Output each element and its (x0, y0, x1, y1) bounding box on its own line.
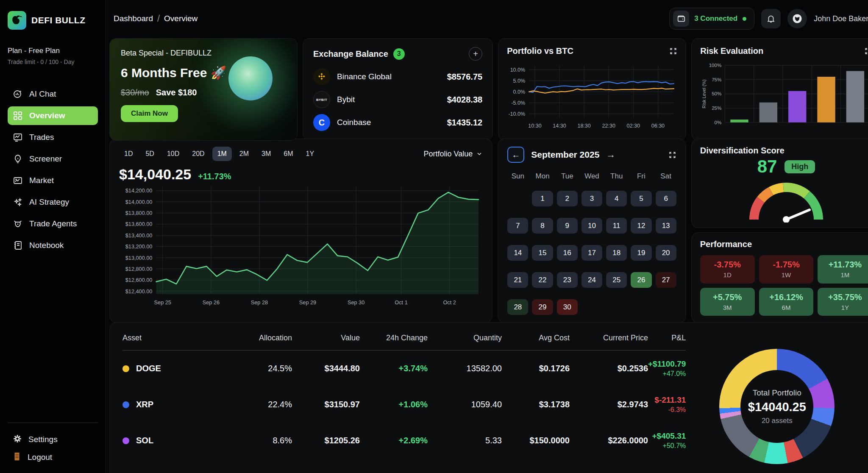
svg-text:10:30: 10:30 (528, 123, 541, 129)
portfolio-value-chart: $14,200.00$14,000.00$13,800.00$13,600.00… (119, 183, 483, 306)
user-menu[interactable]: John Doe Baker (814, 14, 868, 23)
calendar-day-23[interactable]: 23 (557, 272, 578, 288)
sidebar-item-overview[interactable]: Overview (8, 106, 98, 125)
avatar[interactable] (787, 9, 807, 28)
sidebar-item-label: Overview (29, 111, 65, 120)
range-button-3m[interactable]: 3M (256, 147, 276, 161)
sidebar-item-label: Trades (29, 133, 54, 142)
breadcrumb-dashboard[interactable]: Dashboard (114, 14, 153, 23)
calendar-day-5[interactable]: 5 (631, 191, 651, 206)
assets-table-card: AssetAllocationValue24h ChangeQuantityAv… (109, 322, 868, 473)
claim-now-button[interactable]: Claim Now (121, 105, 178, 122)
calendar-day-14[interactable]: 14 (507, 245, 528, 261)
sidebar-item-logout[interactable]: Logout (8, 448, 98, 466)
weekday-label: Sat (656, 172, 676, 181)
calendar-day-20[interactable]: 20 (656, 245, 676, 261)
dashboard-content: Beta Special - DEFIBULLZ 6 Months Free 🚀… (106, 37, 868, 473)
svg-text:14:30: 14:30 (553, 123, 566, 129)
donut-center-title: Total Portfolio (753, 388, 801, 398)
range-button-1d[interactable]: 1D (119, 147, 138, 161)
calendar-day-8[interactable]: 8 (532, 218, 553, 234)
exchange-row-binance[interactable]: Binance Global $8576.75 (313, 67, 482, 86)
svg-text:75%: 75% (712, 77, 721, 82)
asset-row-sol[interactable]: SOL8.6%$1205.26+2.69%5.33$150.0000$226.0… (122, 423, 686, 459)
svg-text:$13,800.00: $13,800.00 (125, 210, 153, 216)
calendar-day-24[interactable]: 24 (581, 272, 602, 288)
calendar-day-21[interactable]: 21 (507, 272, 528, 288)
calendar-day-2[interactable]: 2 (557, 191, 578, 206)
gauge-needle (786, 210, 810, 220)
svg-text:Sep 30: Sep 30 (348, 299, 364, 306)
sidebar-item-screener[interactable]: Screener (8, 150, 98, 168)
sidebar-item-trade-agents[interactable]: Trade Agents (8, 214, 98, 233)
calendar-day-18[interactable]: 18 (606, 245, 627, 261)
expand-icon[interactable] (668, 151, 676, 159)
calendar-day-6[interactable]: 6 (656, 191, 676, 206)
app-root: DEFI BULLZ Plan - Free Plan Trade limit … (0, 0, 868, 473)
donut-center-sub: 20 assets (762, 417, 793, 425)
calendar-day-26[interactable]: 26 (631, 272, 651, 288)
svg-text:$12,600.00: $12,600.00 (125, 277, 153, 283)
asset-row-doge[interactable]: DOGE24.5%$3444.80+3.74%13582.00$0.1726$0… (122, 351, 686, 387)
range-button-5d[interactable]: 5D (140, 147, 159, 161)
time-range-selector: 1D5D10D20D1M2M3M6M1Y (119, 147, 319, 161)
svg-text:25%: 25% (712, 106, 721, 111)
sidebar-item-ai-strategy[interactable]: AI Strategy (8, 193, 98, 211)
sidebar-item-market[interactable]: Market (8, 171, 98, 190)
calendar-day-1[interactable]: 1 (532, 191, 553, 206)
range-button-6m[interactable]: 6M (278, 147, 298, 161)
sidebar-item-settings[interactable]: Settings (8, 431, 98, 448)
portfolio-vs-btc-card: Portfolio vs BTC 10.0%5.0%0.0%-5.0%-10.0… (498, 38, 686, 141)
expand-icon[interactable] (864, 47, 868, 55)
svg-text:100%: 100% (709, 63, 722, 68)
promo-card: Beta Special - DEFIBULLZ 6 Months Free 🚀… (109, 38, 298, 141)
notifications-button[interactable] (761, 9, 781, 28)
calendar-day-12[interactable]: 12 (631, 218, 651, 234)
calendar-day-27[interactable]: 27 (656, 272, 676, 288)
calendar-day-9[interactable]: 9 (557, 218, 578, 234)
exchange-row-coinbase[interactable]: C Coinbase $1435.12 (313, 113, 482, 132)
range-button-2m[interactable]: 2M (234, 147, 254, 161)
asset-row-xrp[interactable]: XRP22.4%$3150.97+1.06%1059.40$3.1738$2.9… (122, 387, 686, 423)
calendar-prev-button[interactable]: ← (507, 147, 524, 163)
range-button-20d[interactable]: 20D (187, 147, 209, 161)
calendar-day-22[interactable]: 22 (532, 272, 553, 288)
range-button-1y[interactable]: 1Y (301, 147, 320, 161)
portfolio-value-dropdown[interactable]: Portfolio Value (424, 150, 483, 159)
diversification-score: 87 (757, 156, 777, 177)
notebook-icon (13, 240, 23, 250)
calendar-day-4[interactable]: 4 (606, 191, 627, 206)
assets-table: AssetAllocationValue24h ChangeQuantityAv… (122, 334, 686, 473)
calendar-next-button[interactable]: → (606, 149, 615, 160)
breadcrumb: Dashboard / Overview (114, 13, 198, 24)
calendar-day-29[interactable]: 29 (532, 299, 553, 315)
calendar-day-25[interactable]: 25 (606, 272, 627, 288)
calendar-day-15[interactable]: 15 (532, 245, 553, 261)
svg-text:50%: 50% (712, 92, 721, 97)
asset-dot (122, 365, 129, 372)
calendar-day-11[interactable]: 11 (606, 218, 627, 234)
add-exchange-button[interactable]: + (469, 47, 482, 61)
bell-icon (766, 14, 776, 23)
range-button-10d[interactable]: 10D (162, 147, 184, 161)
calendar-day-17[interactable]: 17 (581, 245, 602, 261)
calendar-day-13[interactable]: 13 (656, 218, 676, 234)
exchange-row-bybit[interactable]: BYB!T Bybit $4028.38 (313, 90, 482, 109)
calendar-day-16[interactable]: 16 (557, 245, 578, 261)
calendar-day-3[interactable]: 3 (581, 191, 602, 206)
calendar-day-28[interactable]: 28 (507, 299, 528, 315)
bull-logo-icon (8, 11, 26, 30)
expand-icon[interactable] (669, 47, 677, 55)
calendar-day-7[interactable]: 7 (507, 218, 528, 234)
sidebar-item-notebook[interactable]: Notebook (8, 236, 98, 255)
calendar-day-30[interactable]: 30 (557, 299, 578, 315)
wallet-connected-button[interactable]: 3 Connected (669, 8, 754, 30)
calendar-day-10[interactable]: 10 (581, 218, 602, 234)
performance-grid: -3.75%1D-1.75%1W+11.73%1M+5.75%3M+16.12%… (700, 255, 868, 316)
sidebar-item-trades[interactable]: Trades (8, 128, 98, 147)
sidebar-nav: AI Chat Overview Trades Screener Market … (8, 85, 98, 255)
range-button-1m[interactable]: 1M (212, 147, 232, 161)
calendar-day-19[interactable]: 19 (631, 245, 651, 261)
allocation-donut-zone: Total Portfolio $14040.25 20 assets (686, 334, 868, 473)
sidebar-item-ai-chat[interactable]: AI Chat (8, 85, 98, 103)
